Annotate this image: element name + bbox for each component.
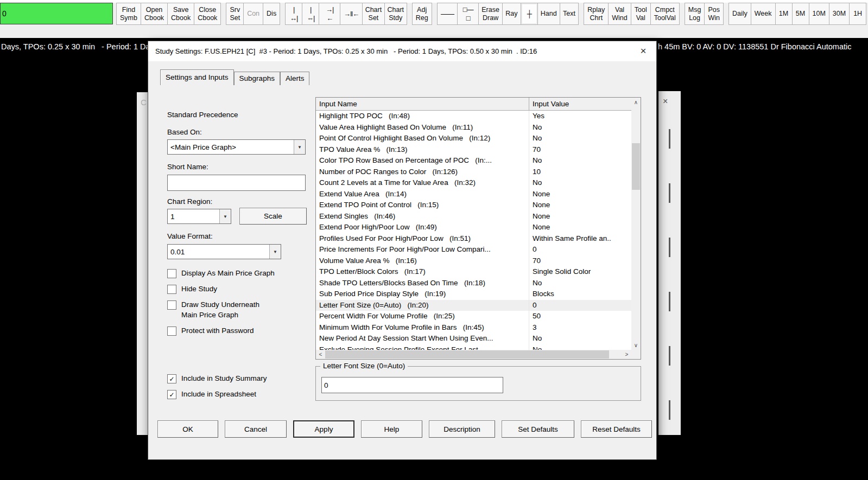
segment-tool-icon[interactable]: □—□ (457, 3, 479, 25)
background-close-icon[interactable]: × (663, 97, 668, 106)
dialog-titlebar[interactable]: Study Settings: F.US.EPH21 [C] #3 - Peri… (148, 41, 656, 61)
checkbox-hide-study[interactable]: Hide Study (167, 284, 275, 294)
replay-chart-button[interactable]: Rplay Chrt (584, 3, 609, 25)
server-settings-button[interactable]: Srv Set (226, 3, 244, 25)
table-row[interactable]: Percent Width For Volume Profile (In:25)… (316, 311, 631, 322)
compact-tool-values-button[interactable]: Cmpct ToolVal (650, 3, 680, 25)
checkbox-icon[interactable]: ✓ (167, 390, 176, 399)
table-row[interactable]: Value Area Highlight Based On Volume (In… (316, 122, 631, 133)
description-button[interactable]: Description (429, 420, 495, 438)
table-row[interactable]: Point Of Control Highlight Based On Volu… (316, 133, 631, 144)
bar-spacing-decrease-icon[interactable]: →|← (319, 3, 340, 25)
table-row[interactable]: Price Increments For Poor High/Poor Low … (316, 244, 631, 255)
timeframe-10m-button[interactable]: 10M (809, 3, 829, 25)
find-symbol-button[interactable]: Find Symb (116, 3, 141, 25)
table-row[interactable]: TPO Letter/Block Colors (In:17)Single So… (316, 266, 631, 278)
scale-button[interactable]: Scale (239, 208, 307, 225)
table-row[interactable]: New Period At Day Session Start When Usi… (316, 333, 631, 344)
scroll-right-icon[interactable]: > (622, 350, 631, 359)
table-row[interactable]: Exclude Evening Session Profile Except F… (316, 344, 631, 350)
save-chartbook-button[interactable]: Save Cbook (167, 3, 194, 25)
timeframe-week-button[interactable]: Week (751, 3, 776, 25)
chevron-down-icon[interactable]: ▼ (219, 209, 231, 223)
table-row[interactable]: Extend Value Area (In:14)None (316, 189, 631, 200)
chart-settings-button[interactable]: Chart Set (362, 3, 385, 25)
crosshair-tool-icon[interactable]: ┼ (521, 3, 538, 25)
tab-settings-and-inputs[interactable]: Settings and Inputs (160, 69, 234, 85)
timeframe-5m-button[interactable]: 5M (792, 3, 809, 25)
values-window-button[interactable]: Val Wind (608, 3, 631, 25)
checkbox-include-in-study-summary[interactable]: ✓Include in Study Summary (167, 374, 267, 383)
table-row[interactable]: Shade TPO Letters/Blocks Based On Time (… (316, 278, 631, 289)
erase-drawings-button[interactable]: Erase Draw (478, 3, 503, 25)
input-name-header[interactable]: Input Name (316, 98, 529, 110)
checkbox-icon[interactable]: ✓ (167, 374, 176, 383)
letter-font-size-input[interactable]: 0 (321, 377, 503, 393)
table-row[interactable]: Volume Value Area % (In:16)70 (316, 255, 631, 267)
scroll-down-icon[interactable]: ∨ (631, 341, 641, 350)
tab-subgraphs[interactable]: Subgraphs (234, 72, 280, 85)
text-tool-button[interactable]: Text (560, 3, 579, 25)
checkbox-icon[interactable] (167, 269, 176, 278)
table-row[interactable]: TPO Value Area % (In:13)70 (316, 144, 631, 156)
bar-spacing-decrease-fill-icon[interactable]: →‖← (340, 3, 363, 25)
checkbox-icon[interactable] (167, 285, 176, 294)
bar-spacing-increase-fill-icon[interactable]: |⇔| (302, 3, 319, 25)
short-name-input[interactable] (167, 175, 306, 191)
table-row[interactable]: Letter Font Size (0=Auto) (In:20)0 (316, 300, 631, 311)
line-tool-icon[interactable]: —— (437, 3, 458, 25)
vertical-scrollbar-thumb[interactable] (632, 143, 640, 190)
table-row[interactable]: Extend Singles (In:46)None (316, 211, 631, 222)
table-row[interactable]: Highlight TPO POC (In:48)Yes (316, 111, 631, 122)
table-row[interactable]: Number of POC Ranges to Color (In:126)10 (316, 167, 631, 178)
table-row[interactable]: Minimum Width For Volume Profile in Bars… (316, 322, 631, 334)
horizontal-scrollbar[interactable]: < > (316, 350, 631, 359)
set-defaults-button[interactable]: Set Defaults (502, 420, 574, 438)
checkbox-icon[interactable] (167, 327, 176, 336)
ray-tool-button[interactable]: Ray (502, 3, 521, 25)
table-row[interactable]: Profiles Used For Poor High/Poor Low (In… (316, 233, 631, 245)
hand-tool-button[interactable]: Hand (537, 3, 560, 25)
table-row[interactable]: Extend Poor High/Poor Low (In:49)None (316, 222, 631, 233)
tool-values-button[interactable]: Tool Val (631, 3, 651, 25)
table-row[interactable]: Count 2 Levels at a Time for Value Area … (316, 177, 631, 189)
table-row[interactable]: Color TPO Row Based on Percentage of POC… (316, 155, 631, 167)
chevron-down-icon[interactable]: ▼ (294, 140, 305, 154)
value-format-dropdown[interactable]: 0.01 ▼ (167, 244, 281, 259)
vertical-scrollbar[interactable]: ∧ ∨ (631, 98, 641, 350)
adjust-region-button[interactable]: Adj Reg (412, 3, 432, 25)
scroll-left-icon[interactable]: < (316, 350, 325, 359)
checkbox-display-as-main-price-graph[interactable]: Display As Main Price Graph (167, 268, 275, 278)
ok-button[interactable]: OK (157, 420, 218, 438)
bar-spacing-increase-icon[interactable]: |↔| (285, 3, 302, 25)
checkbox-include-in-spreadsheet[interactable]: ✓Include in Spreadsheet (167, 389, 267, 399)
reset-defaults-button[interactable]: Reset Defaults (581, 420, 652, 438)
position-window-button[interactable]: Pos Win (704, 3, 724, 25)
input-value-header[interactable]: Input Value (529, 98, 631, 110)
open-chartbook-button[interactable]: Open Cbook (141, 3, 168, 25)
table-row[interactable]: Sub Period Price Display Style (In:19)Bl… (316, 289, 631, 300)
checkbox-draw-study-underneath[interactable]: Draw Study Underneath Main Price Graph (167, 300, 275, 319)
timeframe-daily-button[interactable]: Daily (728, 3, 751, 25)
tab-alerts[interactable]: Alerts (280, 72, 310, 85)
symbol-input[interactable]: 0 (0, 3, 113, 24)
timeframe-30m-button[interactable]: 30M (829, 3, 850, 25)
close-icon[interactable]: × (637, 44, 650, 57)
message-log-button[interactable]: Msg Log (685, 3, 705, 25)
checkbox-protect-with-password[interactable]: Protect with Password (167, 326, 275, 336)
chevron-down-icon[interactable]: ▼ (269, 245, 281, 259)
scroll-up-icon[interactable]: ∧ (631, 98, 641, 107)
help-button[interactable]: Help (361, 420, 422, 438)
horizontal-scrollbar-thumb[interactable] (325, 350, 609, 359)
table-row[interactable]: Extend TPO Point of Control (In:15)None (316, 200, 631, 211)
checkbox-icon[interactable] (167, 300, 176, 310)
chart-studies-button[interactable]: Chart Stdy (384, 3, 407, 25)
based-on-dropdown[interactable]: <Main Price Graph> ▼ (167, 139, 306, 155)
close-chartbook-button[interactable]: Close Cbook (194, 3, 221, 25)
apply-button[interactable]: Apply (293, 420, 354, 438)
chart-region-dropdown[interactable]: 1 ▼ (167, 209, 231, 224)
disconnect-button[interactable]: Dis (263, 3, 280, 25)
timeframe-1h-button[interactable]: 1H (849, 3, 866, 25)
cancel-button[interactable]: Cancel (225, 420, 287, 438)
timeframe-1m-button[interactable]: 1M (775, 3, 793, 25)
